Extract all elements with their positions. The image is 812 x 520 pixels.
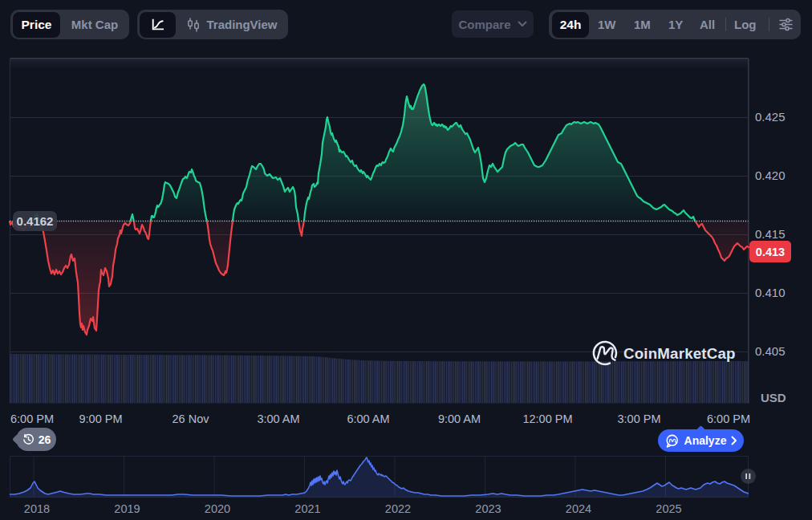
svg-text:CoinMarketCap: CoinMarketCap: [623, 345, 736, 362]
